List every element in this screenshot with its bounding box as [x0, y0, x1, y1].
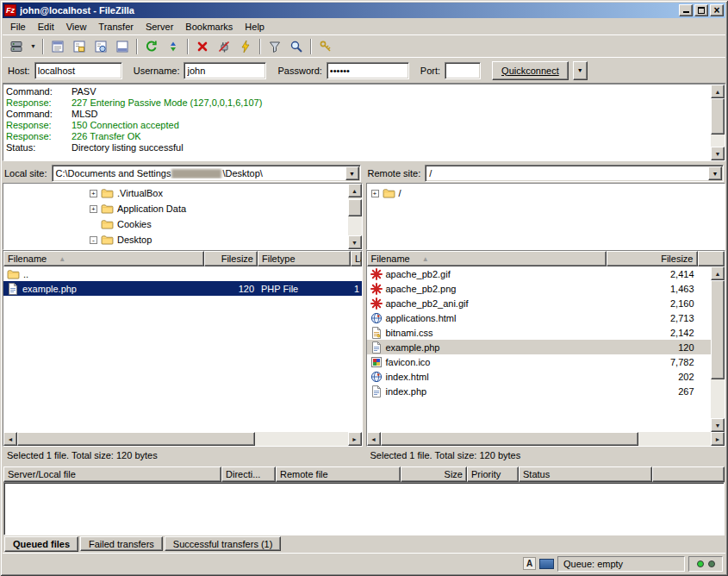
- cancel-operation-button[interactable]: [192, 37, 213, 56]
- quickconnect-dropdown-button[interactable]: ▼: [573, 61, 588, 80]
- toggle-message-log-button[interactable]: [47, 37, 68, 56]
- column-header-filetype[interactable]: Filetype: [258, 251, 351, 266]
- file-row[interactable]: apache_pb2.gif2,414: [367, 266, 712, 281]
- scrollbar-track[interactable]: [711, 280, 725, 418]
- toggle-remote-tree-button[interactable]: [90, 37, 111, 56]
- menu-edit[interactable]: Edit: [32, 19, 60, 34]
- site-manager-dropdown-button[interactable]: ▼: [28, 37, 39, 56]
- maximize-button[interactable]: [694, 4, 708, 16]
- scroll-left-button[interactable]: ◄: [3, 432, 17, 446]
- port-input[interactable]: [445, 62, 481, 79]
- expand-icon[interactable]: +: [90, 190, 97, 197]
- scrollbar-track[interactable]: [17, 432, 348, 446]
- scroll-down-button[interactable]: ▼: [348, 235, 362, 249]
- combo-dropdown-button[interactable]: ▼: [345, 166, 359, 180]
- file-row[interactable]: applications.html2,713: [367, 310, 712, 325]
- scrollbar-track[interactable]: [711, 98, 725, 147]
- menu-transfer[interactable]: Transfer: [92, 19, 140, 34]
- scrollbar-thumb[interactable]: [711, 98, 725, 135]
- file-row[interactable]: apache_pb2_ani.gif2,160: [367, 296, 712, 310]
- file-row[interactable]: apache_pb2.png1,463: [367, 281, 712, 296]
- process-queue-button[interactable]: [163, 37, 184, 56]
- combo-dropdown-button[interactable]: ▼: [708, 166, 722, 180]
- tree-item[interactable]: -Desktop: [3, 232, 348, 247]
- scroll-down-button[interactable]: ▼: [711, 147, 725, 160]
- scrollbar-track[interactable]: [381, 432, 712, 446]
- menu-server[interactable]: Server: [140, 19, 179, 34]
- column-header-size[interactable]: Size: [401, 466, 467, 482]
- host-input[interactable]: [34, 62, 122, 79]
- scrollbar-track[interactable]: [348, 197, 362, 235]
- titlebar[interactable]: Fz john@localhost - FileZilla ×: [3, 3, 725, 18]
- tab-queued-files[interactable]: Queued files: [4, 536, 78, 552]
- find-files-button[interactable]: [286, 37, 307, 56]
- scroll-right-button[interactable]: ►: [348, 432, 362, 446]
- column-header-status[interactable]: Status: [519, 466, 652, 482]
- column-header-priority[interactable]: Priority: [467, 466, 519, 482]
- transfer-queue-body[interactable]: [3, 482, 725, 535]
- local-tree-items[interactable]: +.VirtualBox +Application Data Cookies -…: [3, 184, 348, 249]
- tab-failed-transfers[interactable]: Failed transfers: [80, 536, 163, 551]
- local-files-body[interactable]: .. example.php 120 PHP File 1: [3, 266, 362, 432]
- close-button[interactable]: ×: [710, 4, 724, 16]
- refresh-button[interactable]: [141, 37, 162, 56]
- column-header-server-local-file[interactable]: Server/Local file: [3, 466, 221, 482]
- scrollbar-thumb[interactable]: [711, 280, 725, 379]
- filter-button[interactable]: [264, 37, 285, 56]
- expand-icon[interactable]: +: [90, 205, 97, 213]
- menu-file[interactable]: File: [4, 19, 32, 34]
- remote-tree-items[interactable]: +/: [367, 184, 725, 249]
- column-header-filesize[interactable]: Filesize: [204, 251, 258, 266]
- column-header-lastmodified[interactable]: Last modified: [351, 251, 362, 266]
- menu-bookmarks[interactable]: Bookmarks: [179, 19, 239, 34]
- remote-path-combobox[interactable]: / ▼: [425, 165, 724, 182]
- log-scrollbar[interactable]: ▲ ▼: [711, 85, 725, 160]
- file-row[interactable]: index.php267: [367, 384, 712, 398]
- collapse-icon[interactable]: -: [90, 236, 97, 244]
- tab-successful-transfers[interactable]: Successful transfers (1): [165, 536, 282, 551]
- expand-icon[interactable]: +: [371, 190, 379, 197]
- scroll-right-button[interactable]: ►: [711, 432, 725, 446]
- scrollbar-thumb[interactable]: [17, 432, 255, 446]
- tree-item[interactable]: Cookies: [3, 216, 348, 232]
- remote-files-body[interactable]: apache_pb2.gif2,414 apache_pb2.png1,463 …: [367, 266, 712, 432]
- site-manager-button[interactable]: [6, 37, 27, 56]
- local-path-combobox[interactable]: C:\Documents and Settings\Desktop\ ▼: [52, 165, 361, 182]
- column-header-remote-file[interactable]: Remote file: [276, 466, 401, 482]
- column-header-filename[interactable]: Filename▲: [3, 251, 204, 266]
- message-log[interactable]: Command:PASV Response:227 Entering Passi…: [3, 85, 711, 160]
- username-input[interactable]: [184, 62, 266, 79]
- scroll-up-button[interactable]: ▲: [711, 85, 725, 98]
- tree-item[interactable]: +/: [367, 185, 725, 201]
- file-row[interactable]: index.html202: [367, 369, 712, 384]
- minimize-button[interactable]: [679, 4, 693, 16]
- file-row-parent-dir[interactable]: ..: [3, 266, 362, 281]
- file-row-selected[interactable]: example.php120: [367, 340, 712, 354]
- file-row[interactable]: favicon.ico7,782: [367, 354, 712, 369]
- column-header-direction[interactable]: Directi...: [221, 466, 276, 482]
- tree-item[interactable]: +.VirtualBox: [3, 185, 348, 201]
- column-header-filesize[interactable]: Filesize: [607, 251, 698, 266]
- password-input[interactable]: [327, 62, 409, 79]
- tree-item[interactable]: +Application Data: [3, 201, 348, 216]
- local-tree-scrollbar[interactable]: ▲ ▼: [348, 184, 362, 249]
- keys-button[interactable]: [315, 37, 336, 56]
- remote-list-scrollbar[interactable]: ▲ ▼: [711, 266, 725, 432]
- remote-list-hscrollbar[interactable]: ◄ ►: [367, 432, 725, 446]
- menu-help[interactable]: Help: [239, 19, 271, 34]
- local-list-hscrollbar[interactable]: ◄ ►: [3, 432, 362, 446]
- scrollbar-thumb[interactable]: [381, 432, 638, 446]
- column-header-filename[interactable]: Filename▲: [367, 251, 607, 266]
- disconnect-button[interactable]: [214, 37, 234, 56]
- file-row-selected[interactable]: example.php 120 PHP File 1: [3, 281, 362, 296]
- quickconnect-button[interactable]: Quickconnect: [492, 61, 569, 80]
- menu-view[interactable]: View: [60, 19, 93, 34]
- reconnect-button[interactable]: [235, 37, 256, 56]
- scroll-up-button[interactable]: ▲: [348, 184, 362, 197]
- file-row[interactable]: bitnami.css2,142: [367, 325, 712, 340]
- scrollbar-thumb[interactable]: [348, 199, 362, 216]
- scroll-left-button[interactable]: ◄: [367, 432, 381, 446]
- toggle-local-tree-button[interactable]: [69, 37, 90, 56]
- scroll-up-button[interactable]: ▲: [711, 266, 725, 280]
- scroll-down-button[interactable]: ▼: [711, 418, 725, 432]
